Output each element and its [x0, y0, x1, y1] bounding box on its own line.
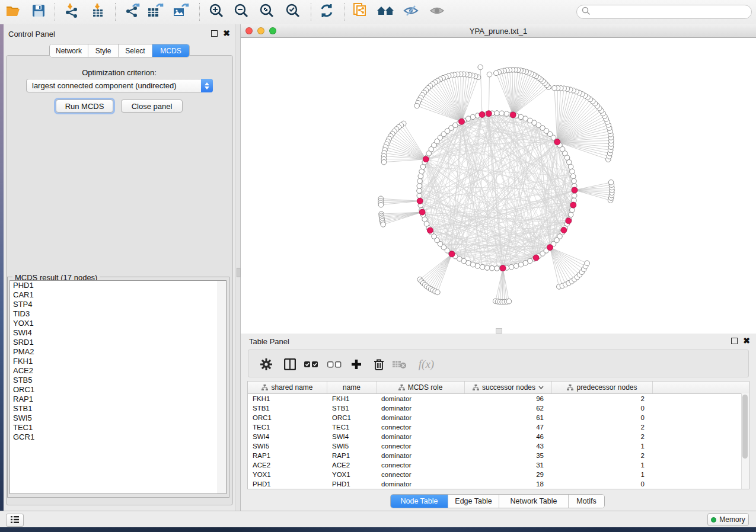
table-row[interactable]: PHD1PHD1dominator180 [248, 479, 749, 489]
mcds-result-item[interactable]: GCR1 [10, 432, 226, 442]
float-panel-icon[interactable] [731, 338, 738, 344]
tab-style[interactable]: Style [88, 44, 119, 57]
table-row[interactable]: ORC1ORC1dominator610 [248, 413, 749, 422]
table-cell[interactable]: 2 [552, 452, 653, 459]
column-header-successor-nodes[interactable]: successor nodes [465, 382, 552, 393]
table-cell[interactable]: 96 [465, 395, 552, 402]
table-row[interactable]: SWI5SWI5connector431 [248, 441, 749, 451]
mcds-result-item[interactable]: SRD1 [10, 338, 226, 347]
table-cell[interactable]: 0 [552, 414, 653, 421]
table-cell[interactable]: 1 [552, 462, 653, 469]
table-cell[interactable]: 2 [552, 395, 653, 402]
mcds-result-item[interactable]: CAR1 [10, 290, 226, 300]
table-cell[interactable]: 29 [465, 471, 552, 478]
table-cell[interactable]: connector [377, 443, 465, 450]
table-cell[interactable]: ORC1 [327, 414, 377, 421]
select-all-checkboxes-icon[interactable] [304, 357, 318, 371]
table-cell[interactable]: SWI5 [248, 443, 327, 450]
mcds-result-item[interactable]: TEC1 [10, 423, 226, 432]
criterion-select[interactable]: largest connected component (undirected) [26, 79, 213, 92]
table-cell[interactable]: SWI5 [327, 443, 377, 450]
mcds-result-list[interactable]: PHD1CAR1STP4TID3YOX1SWI4SRD1PMA2FKH1ACE2… [9, 280, 227, 494]
node-table[interactable]: shared name name MCDS role successor nod… [247, 381, 749, 489]
table-cell[interactable]: connector [377, 462, 465, 469]
table-cell[interactable]: 0 [552, 405, 653, 412]
table-cell[interactable]: 1 [552, 471, 653, 478]
tab-mcds[interactable]: MCDS [152, 44, 189, 57]
run-mcds-button[interactable]: Run MCDS [56, 100, 113, 113]
table-cell[interactable]: dominator [377, 480, 465, 488]
table-row[interactable]: FKH1FKH1dominator962 [248, 394, 749, 403]
function-builder-icon[interactable]: f(x) [416, 357, 436, 371]
panel-splitter[interactable] [235, 24, 241, 511]
search-input[interactable] [594, 7, 751, 17]
table-row[interactable]: STB1STB1dominator620 [248, 403, 749, 413]
import-network-button[interactable] [62, 3, 82, 21]
deselect-all-checkboxes-icon[interactable] [327, 357, 342, 371]
table-cell[interactable]: 35 [465, 452, 552, 459]
table-cell[interactable]: SWI4 [248, 433, 327, 440]
column-header-predecessor-nodes[interactable]: predecessor nodes [552, 382, 653, 393]
table-cell[interactable]: FKH1 [248, 395, 327, 402]
table-cell[interactable]: dominator [377, 395, 465, 402]
search-field[interactable] [576, 5, 752, 19]
table-cell[interactable]: dominator [377, 452, 465, 459]
hide-selected-button[interactable] [401, 3, 421, 21]
table-cell[interactable]: 46 [465, 433, 552, 440]
network-window-titlebar[interactable]: YPA_prune.txt_1 [241, 24, 756, 38]
mcds-result-item[interactable]: SWI5 [10, 414, 226, 423]
clone-network-button[interactable] [350, 3, 370, 21]
table-body[interactable]: FKH1FKH1dominator962STB1STB1dominator620… [248, 394, 749, 489]
close-panel-icon[interactable]: ✖ [743, 338, 750, 344]
table-cell[interactable]: 2 [552, 424, 653, 431]
table-cell[interactable]: 47 [465, 424, 552, 431]
table-cell[interactable]: ORC1 [248, 414, 327, 421]
table-row[interactable]: YOX1YOX1connector291 [248, 470, 749, 479]
table-cell[interactable]: YOX1 [248, 471, 327, 478]
column-header-shared-name[interactable]: shared name [248, 382, 327, 393]
table-cell[interactable]: 61 [465, 414, 552, 421]
import-table-button[interactable] [88, 3, 108, 21]
mcds-result-item[interactable]: STB1 [10, 404, 226, 414]
mcds-result-item[interactable]: PMA2 [10, 347, 226, 357]
table-cell[interactable]: ACE2 [248, 462, 327, 469]
show-all-button[interactable] [427, 3, 447, 21]
add-column-plus-icon[interactable] [349, 357, 363, 371]
table-row[interactable]: ACE2ACE2connector311 [248, 460, 749, 470]
close-panel-button[interactable]: Close panel [121, 100, 183, 113]
table-cell[interactable]: SWI4 [327, 433, 377, 440]
table-cell[interactable]: PHD1 [327, 480, 377, 488]
tab-motifs[interactable]: Motifs [569, 495, 604, 508]
splitter-grip[interactable] [237, 268, 241, 277]
table-row[interactable]: RAP1RAP1dominator352 [248, 451, 749, 460]
open-session-button[interactable] [4, 3, 24, 21]
mcds-result-item[interactable]: ORC1 [10, 385, 226, 395]
table-cell[interactable]: 18 [465, 480, 552, 488]
tab-edge-table[interactable]: Edge Table [448, 495, 499, 508]
mcds-result-item[interactable]: FKH1 [10, 357, 226, 366]
network-graph[interactable] [241, 38, 756, 334]
tab-network[interactable]: Network [50, 44, 88, 57]
table-cell[interactable]: dominator [377, 414, 465, 421]
table-options-gear-icon[interactable] [259, 357, 273, 371]
table-cell[interactable]: 31 [465, 462, 552, 469]
column-header-mcds-role[interactable]: MCDS role [377, 382, 465, 393]
table-cell[interactable]: TEC1 [327, 424, 377, 431]
tab-select[interactable]: Select [119, 44, 152, 57]
table-cell[interactable]: 43 [465, 443, 552, 450]
show-columns-icon[interactable] [283, 357, 297, 371]
table-cell[interactable]: 0 [552, 480, 653, 488]
canvas-splitter-grip[interactable] [496, 328, 502, 334]
table-cell[interactable]: TEC1 [248, 424, 327, 431]
delete-column-trash-icon[interactable] [372, 357, 386, 371]
close-panel-icon[interactable]: ✖ [223, 31, 230, 36]
table-cell[interactable]: RAP1 [327, 452, 377, 459]
table-cell[interactable]: STB1 [327, 405, 377, 412]
export-image-button[interactable] [171, 3, 191, 21]
table-scrollbar[interactable] [741, 393, 749, 489]
table-cell[interactable]: 1 [552, 443, 653, 450]
tab-node-table[interactable]: Node Table [391, 495, 448, 508]
mcds-result-item[interactable]: PHD1 [10, 281, 226, 290]
zoom-fit-button[interactable] [257, 3, 277, 21]
table-row[interactable]: TEC1TEC1connector472 [248, 422, 749, 432]
